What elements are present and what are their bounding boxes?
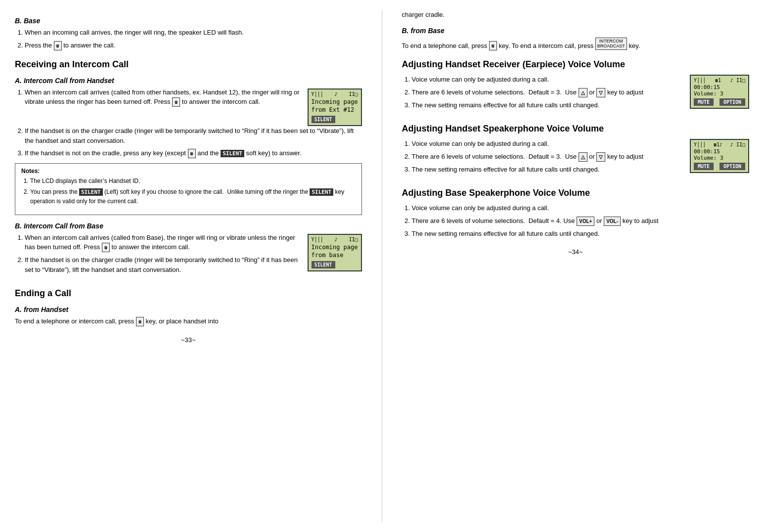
speakerphone-text-block: Voice volume can only be adjusted during… [402,139,684,179]
intercom-handset-heading: A. Intercom Call from Handset [15,77,362,85]
answer-key-icon: ☎ [54,41,62,50]
vol-up-key-1: △ [579,88,587,97]
page-container: B. Base When an incoming call arrives, t… [0,0,764,532]
base-spk-list: Voice volume can only be adjusted during… [412,203,750,238]
option-btn-1: OPTION [719,98,745,106]
note-1: The LCD displays the caller’s Handset ID… [30,177,356,185]
vol-minus-btn: VOL- [604,217,621,226]
earpiece-text-block: Voice volume can only be adjusted during… [402,75,684,115]
page-num-right: ~34~ [402,248,750,256]
lcd1-silent-btn: SILENT [312,116,335,123]
lcd-earpiece-icons: Y│││ ☎1 ♪ II□ [694,78,745,83]
intercom-handset-item1-block: Y│││ ♪ II□ Incoming page from Ext #12 SI… [15,88,362,127]
silent-label-1: SILENT [221,150,244,157]
lcd2-line2: from base [312,251,358,260]
intercom-broadcast-btn: INTERCOMBROADCAST [595,38,627,50]
lcd-earpiece-line2: Volume: 3 [694,90,745,97]
base-spk-item-3: The new setting remains effective for al… [412,229,750,239]
lcd1-line2: from Ext #12 [312,106,358,114]
intercom-heading: Receiving an Intercom Call [15,59,362,70]
lcd-display-1: Y│││ ♪ II□ Incoming page from Ext #12 SI… [308,89,362,127]
ending-handset-heading: A. from Handset [15,306,362,313]
intercom-handset-list-2: If the handset is on the charger cradle … [25,126,362,158]
lcd-earpiece-line1: 00:00:15 [694,84,745,90]
lcd-display-2: Y│││ ♪ II□ Incoming page from base SILEN… [308,234,362,272]
speakerphone-item-3: The new setting remains effective for al… [412,165,684,175]
lcd2-line1: Incoming page [312,243,358,252]
lcd-spk-icons: Y│││ ☎1♪ ♪ II□ [694,142,745,147]
mute-btn-1: MUTE [694,98,714,106]
ending-handset-text: To end a telephone or intercom call, pre… [15,316,362,326]
vol-plus-btn: VOL+ [577,217,594,226]
lcd2-silent-btn: SILENT [312,261,335,268]
lcd1-line1: Incoming page [312,98,358,106]
base-heading: B. Base [15,17,362,25]
ans-key: ☎ [172,97,180,107]
lcd-spk-line2: Volume: 3 [694,155,745,161]
base-item-2: Press the ☎ to answer the call. [25,41,362,50]
speakerphone-item-1: Voice volume can only be adjusted during… [412,139,684,149]
speakerphone-item-2: There are 6 levels of volume selections.… [412,152,684,162]
base-list: When an incoming call arrives, the ringe… [25,28,362,50]
lcd1-icons: Y│││ ♪ II□ [312,91,358,97]
lcd-speakerphone: Y│││ ☎1♪ ♪ II□ 00:00:15 Volume: 3 MUTE O… [690,139,749,173]
vol-up-key-2: △ [579,152,587,162]
speakerphone-list: Voice volume can only be adjusted during… [412,139,684,174]
lcd-spk-line1: 00:00:15 [694,148,745,155]
earpiece-content: Voice volume can only be adjusted during… [402,75,750,115]
earpiece-item-3: The new setting remains effective for al… [412,100,684,110]
base-item-1: When an incoming call arrives, the ringe… [25,28,362,38]
notes-box: Notes: The LCD displays the caller’s Han… [15,163,362,215]
vol-down-key-2: ▽ [596,152,605,162]
section-base: B. Base When an incoming call arrives, t… [15,17,362,50]
left-column: B. Base When an incoming call arrives, t… [15,10,382,522]
page-num-left: ~33~ [15,336,362,344]
intercom-base-heading: B. Intercom Call from Base [15,222,362,230]
section-intercom: Receiving an Intercom Call A. Intercom C… [15,59,362,280]
lcd-earpiece: Y│││ ☎1 ♪ II□ 00:00:15 Volume: 3 MUTE OP… [690,75,749,109]
option-btn-2: OPTION [719,163,745,170]
from-base-heading: B. from Base [402,27,750,35]
mute-btn-2: MUTE [694,163,714,170]
section-ending: Ending a Call A. from Handset To end a t… [15,288,362,326]
earpiece-heading: Adjusting Handset Receiver (Earpiece) Vo… [402,59,750,70]
lcd-earpiece-buttons: MUTE OPTION [694,98,745,106]
base-spk-heading: Adjusting Base Speakerphone Voice Volume [402,188,750,198]
intercom-base-block: Y│││ ♪ II□ Incoming page from base SILEN… [15,233,362,280]
earpiece-list: Voice volume can only be adjusted during… [412,75,684,110]
notes-title: Notes: [21,168,356,175]
base-spk-item-2: There are 6 levels of volume selections.… [412,216,750,226]
from-base-text: To end a telephone call, press ☎ key. To… [402,38,750,51]
intercom-handset-item-3: If the handset is not on the cradle, pre… [25,148,362,158]
ans-key-2: ☎ [102,243,110,252]
section-base-spk: Adjusting Base Speakerphone Voice Volume… [402,188,750,238]
earpiece-item-1: Voice volume can only be adjusted during… [412,75,684,85]
notes-list: The LCD displays the caller’s Handset ID… [30,177,356,206]
lcd2-icons: Y│││ ♪ II□ [312,237,358,242]
end-key-icon: ☎ [136,317,144,326]
speakerphone-heading: Adjusting Handset Speakerphone Voice Vol… [402,124,750,134]
off-key: ☎ [188,149,196,158]
right-column: charger cradle. B. from Base To end a te… [382,10,750,522]
intercom-handset-item-2: If the handset is on the charger cradle … [25,126,362,145]
speakerphone-content: Voice volume can only be adjusted during… [402,139,750,179]
base-spk-item-1: Voice volume can only be adjusted during… [412,203,750,213]
silent-label-3: SILENT [310,188,333,196]
section-earpiece: Adjusting Handset Receiver (Earpiece) Vo… [402,59,750,115]
charger-text: charger cradle. [402,10,750,20]
lcd-spk-buttons: MUTE OPTION [694,163,745,170]
silent-label-2: SILENT [79,188,103,196]
earpiece-item-2: There are 6 levels of volume selections.… [412,88,684,97]
vol-down-key-1: ▽ [596,88,605,97]
section-from-base: B. from Base To end a telephone call, pr… [402,27,750,51]
ending-heading: Ending a Call [15,288,362,299]
section-speakerphone: Adjusting Handset Speakerphone Voice Vol… [402,124,750,179]
end-key-right: ☎ [489,41,497,50]
note-2: You can press the SILENT (Left) soft key… [30,187,356,206]
